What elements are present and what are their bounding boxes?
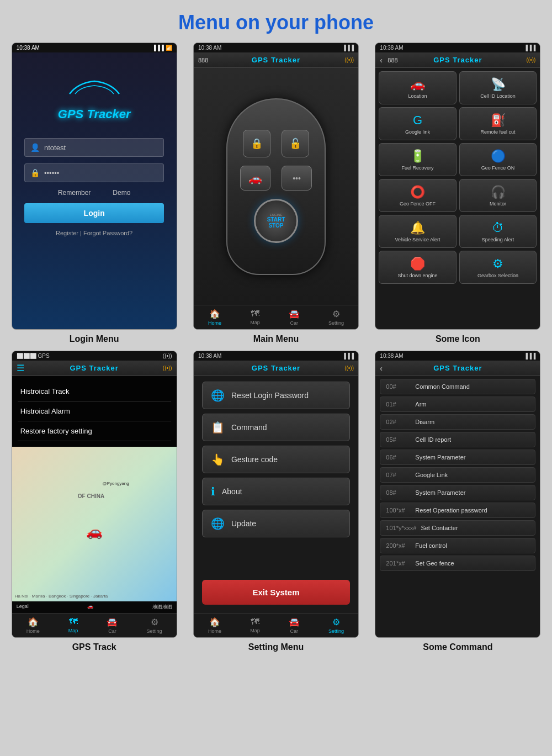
remember-label[interactable]: Remember [58, 189, 91, 197]
key-start-button[interactable]: ENGINE START STOP [254, 199, 298, 243]
setting-item-label: About [222, 487, 242, 496]
feature-icon: 🔋 [410, 149, 425, 163]
gps-nav-car[interactable]: 🚘 Car [107, 617, 118, 634]
icon-button[interactable]: ⏱Speeding Alert [459, 215, 537, 248]
command-back-icon[interactable]: ‹ [380, 364, 383, 373]
icon-button[interactable]: 🔋Fuel Recovery [379, 143, 457, 176]
map-china-label: OF CHINA [78, 493, 104, 499]
gps-app-name: GPS Tracker [70, 364, 118, 372]
icon-button[interactable]: 📡Cell ID Location [459, 71, 537, 104]
setting-item-icon: 👆 [211, 453, 225, 466]
gps-menu-item[interactable]: Histroical Track [18, 382, 171, 401]
gps-map-icon: 🗺 [69, 617, 78, 627]
home-icon: 🏠 [209, 309, 220, 319]
setting-header: GPS Tracker ((•)) [194, 361, 358, 376]
hamburger-icon[interactable]: ☰ [17, 363, 24, 373]
login-fields: 👤 ntotest 🔒 •••••• Remember Demo Login R… [24, 138, 164, 237]
command-header: ‹ GPS Tracker [375, 361, 540, 376]
command-number: 07# [386, 472, 411, 478]
username-field[interactable]: 👤 ntotest [24, 138, 164, 157]
gps-nav-map[interactable]: 🗺 Map [68, 617, 78, 634]
setting-nav-bar: 🏠 Home 🗺 Map 🚘 Car ⚙ Setting [194, 613, 358, 637]
command-row[interactable]: 07#Google Link [380, 467, 535, 483]
gps-signal: ((•)) [163, 353, 172, 359]
setting-item[interactable]: 🌐Reset Login Password [202, 382, 350, 409]
gps-menu-item[interactable]: Restore factory setting [18, 421, 171, 441]
gps-nav-setting[interactable]: ⚙ Setting [147, 617, 162, 634]
command-row[interactable]: 201*x#Set Geo fence [380, 556, 535, 571]
command-row[interactable]: 06#System Parameter [380, 450, 535, 465]
key-car-btn[interactable]: 🚗 [240, 166, 270, 191]
key-fob: 🔒 🔓 🚗 ••• ENGINE START STOP [226, 98, 326, 275]
demo-label[interactable]: Demo [113, 189, 130, 197]
setting-nav-setting[interactable]: ⚙ Setting [328, 617, 344, 634]
exit-system-button[interactable]: Exit System [202, 580, 350, 605]
login-logo: GPS Tracker [58, 75, 131, 121]
command-list: 00#Common Command01#Arm02#Disarm05#Cell … [375, 376, 540, 637]
login-button[interactable]: Login [24, 203, 164, 223]
key-unlock-btn[interactable]: 🔓 [282, 130, 309, 157]
feature-label: Vehicle Service Alert [395, 237, 440, 242]
gps-nav-home[interactable]: 🏠 Home [26, 617, 40, 634]
key-lock-btn[interactable]: 🔒 [243, 130, 270, 157]
command-number: 100*x# [386, 507, 411, 514]
setting-screen-label: Setting Menu [248, 642, 304, 652]
icon-screen-label: Some Icon [436, 334, 480, 344]
command-text: Fuel control [415, 542, 447, 549]
gps-menu-item[interactable]: Histroical Alarm [18, 401, 171, 421]
feature-label: Speeding Alert [482, 237, 514, 242]
command-row[interactable]: 00#Common Command [380, 379, 535, 394]
command-row[interactable]: 08#System Parameter [380, 485, 535, 500]
icon-button[interactable]: 🚗Location [379, 71, 457, 104]
icon-button[interactable]: 🔔Vehicle Service Alert [379, 215, 457, 248]
stop-text: STOP [268, 223, 283, 229]
nav-car[interactable]: 🚘 Car [289, 309, 300, 326]
key-mid-buttons: 🚗 ••• [240, 166, 312, 191]
setting-item-label: Reset Login Password [231, 391, 309, 400]
dots-icon: ••• [293, 174, 301, 183]
command-text: Set Contacter [421, 525, 458, 531]
key-dots-btn[interactable]: ••• [282, 166, 312, 191]
nav-home[interactable]: 🏠 Home [208, 309, 221, 326]
command-row[interactable]: 01#Arm [380, 396, 535, 412]
setting-item[interactable]: 👆Gesture code [202, 446, 350, 473]
car-icon: 🚗 [248, 172, 262, 185]
setting-signal: ((•)) [344, 365, 354, 371]
setting-car-icon: 🚘 [289, 617, 300, 627]
map-credit: 地图地图 [152, 604, 172, 611]
setting-item[interactable]: 🌐Update [202, 510, 350, 537]
setting-nav-car[interactable]: 🚘 Car [289, 617, 300, 634]
feature-label: Geo Fence OFF [400, 201, 436, 207]
command-text: System Parameter [415, 454, 465, 461]
command-row[interactable]: 200*x#Fuel control [380, 538, 535, 553]
icon-button[interactable]: ⭕Geo Fence OFF [379, 179, 457, 212]
command-row[interactable]: 05#Cell ID report [380, 432, 535, 447]
feature-icon: G [413, 113, 422, 128]
command-row[interactable]: 02#Disarm [380, 414, 535, 430]
icon-button[interactable]: ⚙Gearbox Selection [459, 251, 537, 284]
setting-item[interactable]: 📋Command [202, 414, 350, 441]
map-car-icon: 🚗 [87, 604, 93, 611]
main-content: 🔒 🔓 🚗 ••• ENGINE START STOP [194, 68, 358, 305]
icon-button[interactable]: 🎧Monitor [459, 179, 537, 212]
password-field[interactable]: 🔒 •••••• [24, 163, 164, 182]
back-arrow-icon[interactable]: ‹ [380, 56, 383, 65]
nav-setting[interactable]: ⚙ Setting [328, 309, 344, 326]
icon-button[interactable]: 🛑Shut down engine [379, 251, 457, 284]
register-forgot-links[interactable]: Register | Forgot Password? [56, 230, 132, 236]
icon-button[interactable]: ⛽Remote fuel cut [459, 107, 537, 140]
command-screen-label: Some Command [423, 642, 492, 652]
feature-icon: 🔔 [410, 221, 425, 235]
command-row[interactable]: 100*x#Reset Operation password [380, 503, 535, 518]
command-number: 05# [386, 436, 411, 443]
setting-item[interactable]: ℹAbout [202, 478, 350, 505]
nav-map[interactable]: 🗺 Map [250, 309, 260, 326]
icon-button[interactable]: 🔵Geo Fence ON [459, 143, 537, 176]
command-row[interactable]: 101*y*xxx#Set Contacter [380, 520, 535, 536]
setting-nav-map[interactable]: 🗺 Map [250, 617, 260, 634]
setting-nav-home[interactable]: 🏠 Home [208, 617, 221, 634]
icon-button[interactable]: GGoogle link [379, 107, 457, 140]
feature-icon: ⭕ [410, 185, 425, 199]
gps-signal-icon: ((•)) [163, 365, 172, 371]
command-text: Google Link [415, 472, 448, 478]
